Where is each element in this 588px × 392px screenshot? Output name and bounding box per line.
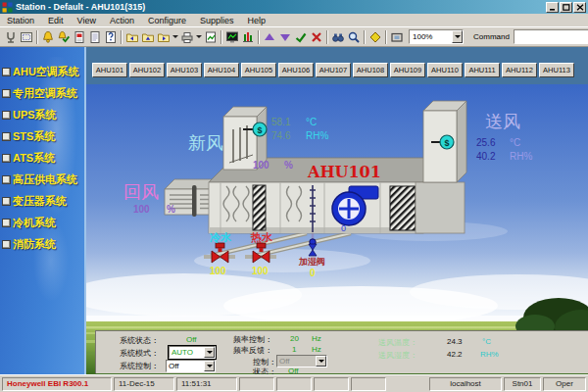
page-up-button[interactable] <box>140 28 156 45</box>
chilled-water-label: 冷水 <box>210 231 232 244</box>
main-area: AHU101 AHU102 AHU103 AHU104 AHU105 AHU10… <box>86 47 588 374</box>
tab-ahu111[interactable]: AHU111 <box>465 63 500 77</box>
sys-status-label: 系统状态： <box>120 335 159 346</box>
binoculars-icon <box>331 30 345 44</box>
menu-view[interactable]: View <box>71 16 103 25</box>
zoom-level-value: 100% <box>413 32 432 41</box>
supply-air-duct <box>416 101 466 233</box>
sidebar-item-hv-power[interactable]: 高压供电系统 <box>0 169 84 190</box>
close-button[interactable] <box>573 2 586 13</box>
print-button[interactable] <box>179 28 195 45</box>
close-icon <box>576 4 584 11</box>
print-icon <box>180 30 194 44</box>
command-input[interactable] <box>514 31 588 42</box>
sys-ctrl-value: Off <box>169 362 204 370</box>
connect-button[interactable] <box>3 28 19 45</box>
acknowledge-alarm-button[interactable] <box>56 28 72 45</box>
more-info-icon <box>104 30 118 44</box>
ahu-graphic-canvas: $ $ <box>86 84 588 374</box>
capture-button[interactable] <box>389 28 405 45</box>
group-display-button[interactable] <box>240 28 256 45</box>
tab-ahu109[interactable]: AHU109 <box>390 63 425 77</box>
tab-ahu105[interactable]: AHU105 <box>241 63 276 77</box>
filter-panel <box>390 186 416 230</box>
more-info-button[interactable] <box>103 28 119 45</box>
supply-air-rh-unit: RH% <box>510 151 532 162</box>
sidebar-item-ahu[interactable]: AHU空调系统 <box>0 61 84 82</box>
menu-supplies[interactable]: Supplies <box>193 16 241 25</box>
tab-ahu102[interactable]: AHU102 <box>129 63 165 77</box>
tab-ahu103[interactable]: AHU103 <box>167 63 202 77</box>
return-damper-value: 100 <box>133 204 150 215</box>
sidebar-item-sts[interactable]: STS系统 <box>0 125 84 147</box>
freq-fb-label: 频率反馈： <box>233 345 272 356</box>
zoom-dropdown-arrow[interactable] <box>452 30 463 43</box>
reject-button[interactable] <box>309 28 324 45</box>
fresh-damper-value: 100 <box>253 160 270 171</box>
freq-ctrl-label: 频率控制： <box>233 334 272 345</box>
page-forward-button[interactable] <box>156 28 172 45</box>
group-display-icon <box>241 30 255 44</box>
sys-mode-dropdown-arrow[interactable] <box>204 347 215 358</box>
hum-ctrl-dropdown-arrow[interactable] <box>316 356 326 367</box>
page-forward-dropdown[interactable] <box>172 28 179 45</box>
tab-ahu108[interactable]: AHU108 <box>353 63 388 77</box>
tab-ahu112[interactable]: AHU112 <box>502 63 537 77</box>
sidebar-item-chiller[interactable]: 冷机系统 <box>0 212 84 233</box>
message-page-button[interactable] <box>87 28 103 45</box>
sys-ctrl-dropdown-arrow[interactable] <box>204 361 215 371</box>
tab-ahu106[interactable]: AHU106 <box>278 63 314 77</box>
sidebar-item-ats[interactable]: ATS系统 <box>0 147 84 169</box>
associated-display-button[interactable] <box>203 28 219 45</box>
sys-mode-combo[interactable]: AUTO <box>169 346 216 359</box>
hum-ctrl-combo[interactable]: Off <box>276 355 327 368</box>
tab-ahu101[interactable]: AHU101 <box>92 63 127 77</box>
page-back-button[interactable] <box>124 28 140 45</box>
sidebar-item-fire[interactable]: 消防系统 <box>0 233 84 255</box>
tree-node-icon <box>2 219 11 227</box>
alarm-annunciator-button[interactable] <box>72 28 87 45</box>
toolbar-separator <box>364 30 366 44</box>
maximize-button[interactable] <box>560 2 572 13</box>
toolbar-separator <box>220 30 222 44</box>
zoom-tool-button[interactable] <box>346 28 362 45</box>
print-dropdown[interactable] <box>195 28 203 45</box>
toolbar-separator <box>258 30 260 44</box>
point-detail-button[interactable] <box>368 28 383 45</box>
tab-ahu110[interactable]: AHU110 <box>427 63 463 77</box>
sidebar-item-special-ac[interactable]: 专用空调系统 <box>0 82 84 104</box>
accept-button[interactable] <box>293 28 309 45</box>
sidebar-item-transformer[interactable]: 变压器系统 <box>0 190 84 212</box>
minimize-button[interactable] <box>546 2 559 13</box>
station-setup-icon <box>20 30 33 44</box>
command-combo[interactable] <box>514 29 588 44</box>
menu-edit[interactable]: Edit <box>41 16 71 25</box>
tree-node-icon <box>2 132 11 141</box>
toolbar-separator <box>326 30 328 44</box>
menu-station[interactable]: Station <box>0 16 41 25</box>
menu-help[interactable]: Help <box>240 16 272 25</box>
sidebar-item-ups[interactable]: UPS系统 <box>0 104 84 125</box>
menu-action[interactable]: Action <box>103 16 141 25</box>
tab-ahu113[interactable]: AHU113 <box>539 63 574 77</box>
station-setup-button[interactable] <box>19 28 34 45</box>
freq-ctrl-unit: Hz <box>312 334 321 343</box>
alarm-page-button[interactable] <box>40 28 56 45</box>
zoom-level-combo[interactable]: 100% <box>409 29 464 44</box>
supply-air-label: 送风 <box>485 112 520 131</box>
return-air-label: 回风 <box>123 182 159 202</box>
raise-button[interactable] <box>262 28 277 45</box>
sys-ctrl-combo[interactable]: Off <box>166 360 216 372</box>
tab-ahu104[interactable]: AHU104 <box>204 63 239 77</box>
station-window: Station - Default - AHU101(315) Station … <box>0 0 588 392</box>
lower-button[interactable] <box>277 28 293 45</box>
trend-button[interactable] <box>224 28 240 45</box>
return-damper-handle <box>192 185 197 217</box>
tab-ahu107[interactable]: AHU107 <box>316 63 351 77</box>
find-button[interactable] <box>330 28 346 45</box>
command-label: Command <box>473 32 510 41</box>
humidifier-label: 加湿阀 <box>298 257 325 267</box>
filter-panel <box>253 185 266 230</box>
menu-configure[interactable]: Configure <box>141 16 193 25</box>
page-forward-icon <box>157 30 171 44</box>
